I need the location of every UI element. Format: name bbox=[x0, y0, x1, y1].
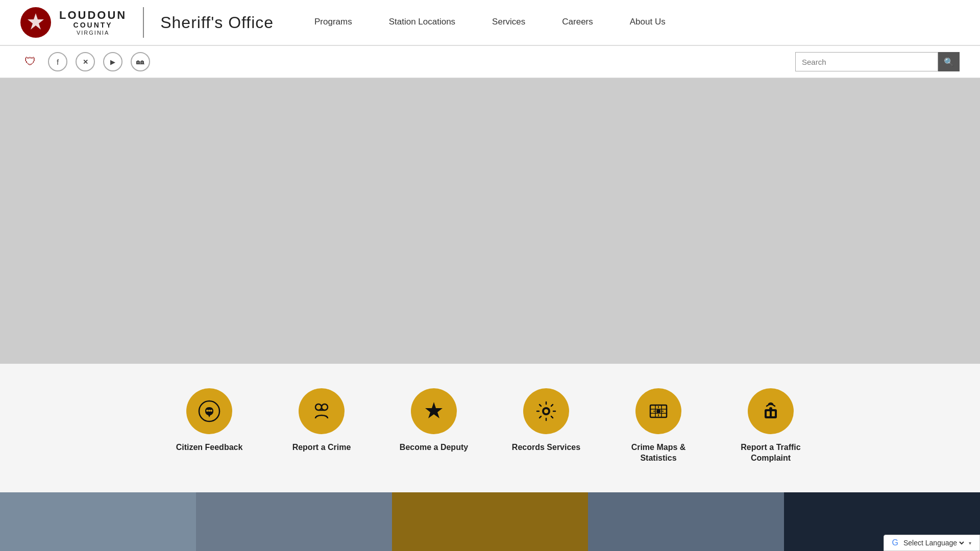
svg-marker-0 bbox=[28, 13, 44, 30]
main-nav: Programs Station Locations Services Care… bbox=[296, 0, 684, 45]
search-area: 🔍 bbox=[795, 52, 960, 71]
svg-point-12 bbox=[656, 409, 660, 413]
hero-area bbox=[0, 78, 980, 364]
facebook-icon[interactable]: f bbox=[48, 52, 67, 71]
become-deputy-icon bbox=[411, 388, 457, 434]
quick-links-section: Citizen Feedback Report a Crime Become a… bbox=[0, 364, 980, 492]
search-icon: 🔍 bbox=[944, 57, 954, 67]
svg-rect-13 bbox=[765, 409, 777, 418]
quick-link-crime-maps[interactable]: Crime Maps & Statistics bbox=[623, 388, 694, 464]
strip-image-4 bbox=[588, 492, 784, 551]
shield-social-icon[interactable]: 🛡 bbox=[20, 52, 40, 71]
twitter-icon[interactable]: ✕ bbox=[76, 52, 95, 71]
crime-maps-label: Crime Maps & Statistics bbox=[623, 442, 694, 464]
report-traffic-label: Report a Traffic Complaint bbox=[735, 442, 806, 464]
language-select[interactable]: Select Language bbox=[901, 538, 966, 547]
logo-divider bbox=[143, 7, 144, 38]
loudoun-text: LOUDOUN bbox=[59, 9, 127, 21]
chevron-down-icon: ▾ bbox=[969, 540, 971, 546]
logo-text-block: LOUDOUN COUNTY VIRGINIA bbox=[59, 9, 127, 36]
search-button[interactable]: 🔍 bbox=[938, 52, 960, 71]
site-header: LOUDOUN COUNTY VIRGINIA Sheriff's Office… bbox=[0, 0, 980, 46]
quick-link-report-traffic[interactable]: Report a Traffic Complaint bbox=[735, 388, 806, 464]
logo-area: LOUDOUN COUNTY VIRGINIA Sheriff's Office bbox=[20, 7, 276, 38]
records-services-icon bbox=[523, 388, 569, 434]
image-strip bbox=[0, 492, 980, 551]
strip-image-1 bbox=[0, 492, 196, 551]
citizen-feedback-icon bbox=[186, 388, 232, 434]
svg-point-16 bbox=[769, 407, 772, 410]
virginia-text: VIRGINIA bbox=[77, 30, 109, 36]
nextdoor-icon[interactable]: 🏘 bbox=[131, 52, 150, 71]
search-input[interactable] bbox=[795, 52, 938, 71]
quick-link-records-services[interactable]: Records Services bbox=[510, 388, 582, 464]
quick-link-citizen-feedback[interactable]: Citizen Feedback bbox=[174, 388, 245, 464]
quick-link-become-deputy[interactable]: Become a Deputy bbox=[398, 388, 470, 464]
youtube-icon[interactable]: ▶ bbox=[103, 52, 122, 71]
translate-bar: G Select Language ▾ bbox=[884, 535, 980, 551]
nav-item-services[interactable]: Services bbox=[474, 0, 544, 45]
citizen-feedback-label: Citizen Feedback bbox=[176, 442, 243, 453]
strip-image-2 bbox=[196, 492, 392, 551]
nav-item-station-locations[interactable]: Station Locations bbox=[371, 0, 474, 45]
nav-item-careers[interactable]: Careers bbox=[544, 0, 611, 45]
become-deputy-label: Become a Deputy bbox=[400, 442, 468, 453]
report-crime-icon bbox=[299, 388, 345, 434]
strip-image-3 bbox=[392, 492, 588, 551]
county-seal-icon bbox=[20, 7, 51, 38]
google-icon: G bbox=[892, 538, 898, 547]
county-text: COUNTY bbox=[74, 21, 113, 29]
crime-maps-icon bbox=[635, 388, 681, 434]
secondary-toolbar: 🛡 f ✕ ▶ 🏘 🔍 bbox=[0, 46, 980, 78]
svg-point-6 bbox=[322, 404, 328, 410]
svg-point-4 bbox=[210, 410, 212, 412]
nav-item-programs[interactable]: Programs bbox=[296, 0, 371, 45]
sheriffs-office-title: Sheriff's Office bbox=[160, 13, 274, 32]
report-crime-label: Report a Crime bbox=[292, 442, 351, 453]
svg-marker-8 bbox=[425, 402, 443, 418]
records-services-label: Records Services bbox=[512, 442, 580, 453]
report-traffic-icon bbox=[748, 388, 794, 434]
nav-item-about-us[interactable]: About Us bbox=[611, 0, 684, 45]
svg-point-10 bbox=[544, 409, 548, 413]
svg-point-5 bbox=[315, 404, 322, 410]
svg-rect-15 bbox=[772, 411, 775, 416]
quick-link-report-crime[interactable]: Report a Crime bbox=[286, 388, 357, 464]
svg-point-3 bbox=[208, 410, 210, 412]
svg-point-2 bbox=[206, 410, 208, 412]
svg-rect-14 bbox=[767, 411, 770, 416]
